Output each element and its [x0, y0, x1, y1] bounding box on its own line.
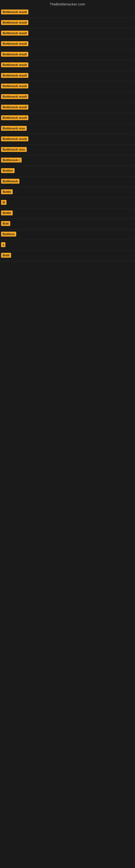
bottleneck-badge-13[interactable]: Bottleneck result: [1, 136, 28, 141]
bottleneck-badge-1[interactable]: Bottleneck result: [1, 9, 28, 14]
result-item-2: Bottleneck result: [0, 18, 135, 29]
result-item-5: Bottleneck result: [0, 50, 135, 60]
result-item-15: Bottleneck r: [0, 155, 135, 166]
result-item-1: Bottleneck result: [0, 7, 135, 18]
bottleneck-badge-15[interactable]: Bottleneck r: [1, 158, 21, 162]
result-item-13: Bottleneck result: [0, 134, 135, 145]
bottleneck-badge-23[interactable]: s: [1, 242, 5, 247]
result-item-3: Bottleneck result: [0, 29, 135, 39]
bottleneck-badge-22[interactable]: Bottlens: [1, 231, 16, 237]
bottleneck-badge-14[interactable]: Bottleneck resu: [1, 147, 27, 152]
bottleneck-badge-7[interactable]: Bottleneck result: [1, 73, 28, 78]
bottleneck-badge-21[interactable]: Bott: [1, 221, 10, 226]
site-title: TheBottlenecker.com: [0, 0, 135, 7]
bottleneck-badge-17[interactable]: Bottleneck: [1, 179, 19, 184]
result-item-10: Bottleneck result: [0, 102, 135, 113]
result-item-24: Bottl: [0, 251, 135, 261]
bottleneck-badge-16[interactable]: Bottlen: [1, 168, 14, 173]
result-item-23: s: [0, 240, 135, 251]
result-item-21: Bott: [0, 219, 135, 229]
bottleneck-badge-4[interactable]: Bottleneck result: [1, 41, 28, 46]
result-item-12: Bottleneck resu: [0, 124, 135, 134]
bottleneck-badge-3[interactable]: Bottleneck result: [1, 31, 28, 35]
bottleneck-badge-5[interactable]: Bottleneck result: [1, 52, 28, 57]
bottleneck-badge-10[interactable]: Bottleneck result: [1, 105, 28, 110]
result-item-9: Bottleneck result: [0, 92, 135, 102]
bottleneck-badge-18[interactable]: Bottle: [1, 189, 13, 194]
result-item-20: Bottle: [0, 208, 135, 219]
result-item-22: Bottlens: [0, 229, 135, 240]
result-item-6: Bottleneck result: [0, 60, 135, 71]
result-item-7: Bottleneck result: [0, 71, 135, 82]
result-item-11: Bottleneck result: [0, 113, 135, 124]
result-item-16: Bottlen: [0, 166, 135, 177]
bottleneck-badge-9[interactable]: Bottleneck result: [1, 94, 28, 99]
result-item-19: B: [0, 198, 135, 208]
result-item-17: Bottleneck: [0, 177, 135, 187]
result-item-8: Bottleneck result: [0, 82, 135, 92]
results-container: Bottleneck resultBottleneck resultBottle…: [0, 7, 135, 261]
result-item-14: Bottleneck resu: [0, 145, 135, 155]
bottleneck-badge-8[interactable]: Bottleneck result: [1, 84, 28, 88]
bottleneck-badge-20[interactable]: Bottle: [1, 211, 13, 215]
bottleneck-badge-11[interactable]: Bottleneck result: [1, 115, 28, 120]
result-item-4: Bottleneck result: [0, 39, 135, 50]
bottleneck-badge-2[interactable]: Bottleneck result: [1, 20, 28, 25]
bottleneck-badge-19[interactable]: B: [1, 200, 6, 205]
result-item-18: Bottle: [0, 187, 135, 198]
bottleneck-badge-12[interactable]: Bottleneck resu: [1, 126, 27, 131]
bottleneck-badge-24[interactable]: Bottl: [1, 253, 11, 258]
bottleneck-badge-6[interactable]: Bottleneck result: [1, 62, 28, 67]
